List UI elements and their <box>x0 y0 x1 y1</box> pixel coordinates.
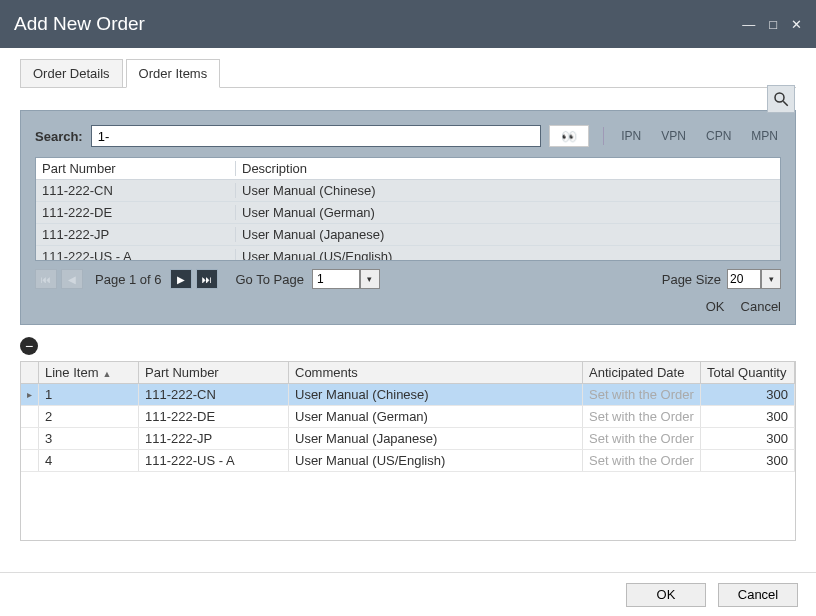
col-row-selector <box>21 362 39 383</box>
col-part-number[interactable]: Part Number <box>139 362 289 383</box>
window-controls: — □ ✕ <box>742 17 802 32</box>
open-search-button[interactable] <box>767 85 795 113</box>
search-result-row[interactable]: 111-222-JPUser Manual (Japanese) <box>36 224 780 246</box>
cell-line: 3 <box>39 428 139 449</box>
row-indicator: ▸ <box>21 384 39 405</box>
tab-order-items[interactable]: Order Items <box>126 59 221 88</box>
search-input[interactable] <box>91 125 542 147</box>
cell-desc: User Manual (US/English) <box>236 249 780 260</box>
cell-part: 111-222-CN <box>36 183 236 198</box>
cell-part: 111-222-JP <box>36 227 236 242</box>
cell-line: 1 <box>39 384 139 405</box>
maximize-icon[interactable]: □ <box>769 17 777 32</box>
goto-page-dropdown[interactable]: ▾ <box>360 269 380 289</box>
pager-first-button[interactable]: ⏮ <box>35 269 57 289</box>
pager-prev-button[interactable]: ◀ <box>61 269 83 289</box>
goto-page-input[interactable] <box>312 269 360 289</box>
binoculars-icon: 👀 <box>561 129 577 144</box>
col-anticipated-date[interactable]: Anticipated Date <box>583 362 701 383</box>
separator <box>603 127 604 145</box>
page-size-dropdown[interactable]: ▾ <box>761 269 781 289</box>
cell-date: Set with the Order <box>583 384 701 405</box>
cell-line: 2 <box>39 406 139 427</box>
search-result-row[interactable]: 111-222-US - AUser Manual (US/English) <box>36 246 780 260</box>
remove-line-button[interactable]: − <box>20 337 38 355</box>
svg-line-1 <box>783 101 788 106</box>
cell-date: Set with the Order <box>583 450 701 471</box>
page-size-input[interactable] <box>727 269 761 289</box>
cell-qty: 300 <box>701 450 795 471</box>
filter-ipn[interactable]: IPN <box>618 129 644 143</box>
order-row[interactable]: 3111-222-JPUser Manual (Japanese)Set wit… <box>21 428 795 450</box>
cell-part: 111-222-CN <box>139 384 289 405</box>
close-icon[interactable]: ✕ <box>791 17 802 32</box>
row-indicator <box>21 450 39 471</box>
pager-next-button[interactable]: ▶ <box>170 269 192 289</box>
row-indicator <box>21 428 39 449</box>
col-total-quantity[interactable]: Total Quantity <box>701 362 795 383</box>
cell-qty: 300 <box>701 384 795 405</box>
cell-comments: User Manual (Japanese) <box>289 428 583 449</box>
col-description[interactable]: Description <box>236 161 780 176</box>
cell-desc: User Manual (German) <box>236 205 780 220</box>
order-row[interactable]: 2111-222-DEUser Manual (German)Set with … <box>21 406 795 428</box>
filter-mpn[interactable]: MPN <box>748 129 781 143</box>
search-result-row[interactable]: 111-222-CNUser Manual (Chinese) <box>36 180 780 202</box>
search-cancel-button[interactable]: Cancel <box>741 299 781 314</box>
minimize-icon[interactable]: — <box>742 17 755 32</box>
pager-last-button[interactable]: ⏭ <box>196 269 218 289</box>
minus-icon: − <box>25 338 33 354</box>
search-ok-button[interactable]: OK <box>706 299 725 314</box>
dialog-cancel-button[interactable]: Cancel <box>718 583 798 607</box>
row-indicator <box>21 406 39 427</box>
filter-vpn[interactable]: VPN <box>658 129 689 143</box>
cell-qty: 300 <box>701 406 795 427</box>
dialog-ok-button[interactable]: OK <box>626 583 706 607</box>
window-title: Add New Order <box>14 13 145 35</box>
pager-position: Page 1 of 6 <box>95 272 162 287</box>
search-results-grid: Part Number Description 111-222-CNUser M… <box>35 157 781 261</box>
cell-desc: User Manual (Japanese) <box>236 227 780 242</box>
cell-date: Set with the Order <box>583 428 701 449</box>
cell-qty: 300 <box>701 428 795 449</box>
search-result-row[interactable]: 111-222-DEUser Manual (German) <box>36 202 780 224</box>
binoculars-button[interactable]: 👀 <box>549 125 589 147</box>
cell-part: 111-222-DE <box>36 205 236 220</box>
order-row[interactable]: 4111-222-US - AUser Manual (US/English)S… <box>21 450 795 472</box>
cell-comments: User Manual (German) <box>289 406 583 427</box>
order-row[interactable]: ▸1111-222-CNUser Manual (Chinese)Set wit… <box>21 384 795 406</box>
order-items-table: Line Item▲ Part Number Comments Anticipa… <box>20 361 796 541</box>
cell-part: 111-222-DE <box>139 406 289 427</box>
page-size-label: Page Size <box>662 272 721 287</box>
cell-comments: User Manual (Chinese) <box>289 384 583 405</box>
cell-line: 4 <box>39 450 139 471</box>
svg-point-0 <box>775 93 784 102</box>
pager: ⏮ ◀ Page 1 of 6 ▶ ⏭ Go To Page ▾ Page Si… <box>35 269 781 289</box>
sort-asc-icon: ▲ <box>102 369 111 379</box>
goto-page-label: Go To Page <box>236 272 304 287</box>
col-part-number[interactable]: Part Number <box>36 161 236 176</box>
magnifier-icon <box>772 90 790 108</box>
cell-comments: User Manual (US/English) <box>289 450 583 471</box>
search-label: Search: <box>35 129 83 144</box>
search-panel: Search: 👀 IPN VPN CPN MPN Part Number De… <box>20 110 796 325</box>
col-comments[interactable]: Comments <box>289 362 583 383</box>
cell-part: 111-222-US - A <box>139 450 289 471</box>
cell-part: 111-222-JP <box>139 428 289 449</box>
tab-order-details[interactable]: Order Details <box>20 59 123 88</box>
dialog-footer: OK Cancel <box>0 572 816 616</box>
tab-strip: Order Details Order Items <box>20 58 796 88</box>
cell-desc: User Manual (Chinese) <box>236 183 780 198</box>
cell-part: 111-222-US - A <box>36 249 236 260</box>
cell-date: Set with the Order <box>583 406 701 427</box>
filter-cpn[interactable]: CPN <box>703 129 734 143</box>
title-bar: Add New Order — □ ✕ <box>0 0 816 48</box>
col-line-item[interactable]: Line Item▲ <box>39 362 139 383</box>
